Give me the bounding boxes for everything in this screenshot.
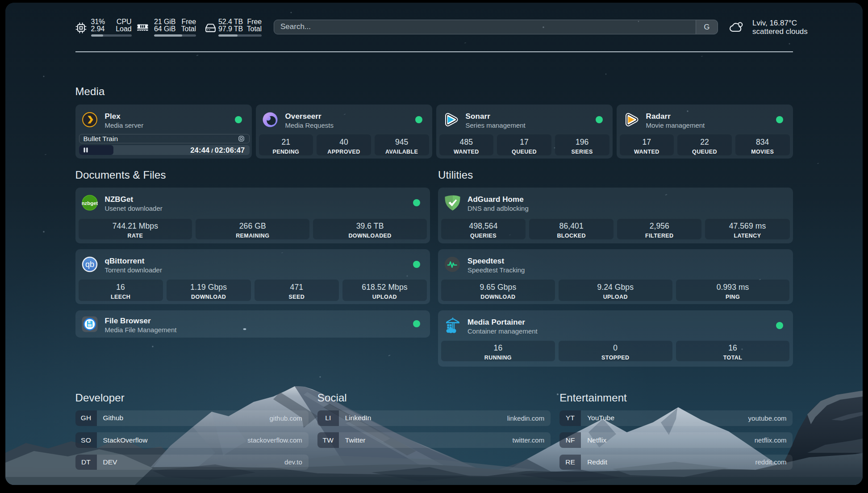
svg-text:qb: qb	[85, 260, 94, 269]
svg-text:nzbget: nzbget	[82, 200, 98, 205]
